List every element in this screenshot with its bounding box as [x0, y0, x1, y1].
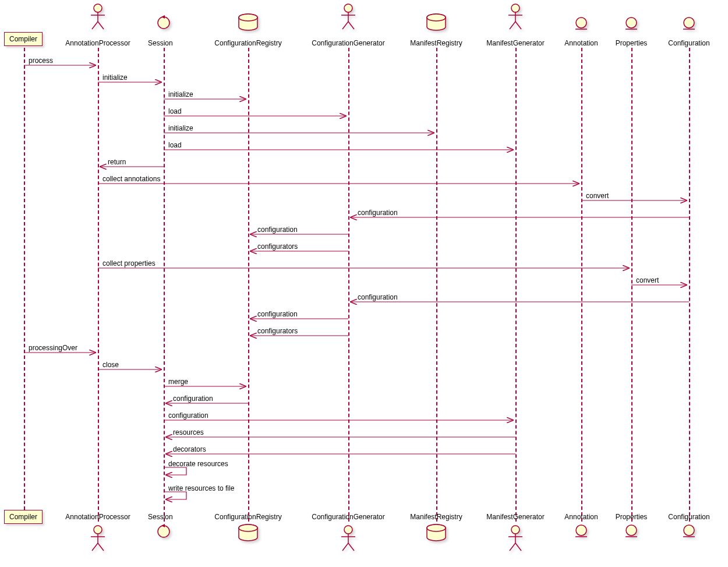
svg-point-76	[684, 525, 694, 536]
svg-point-0	[94, 4, 102, 12]
msg-merge: merge	[168, 378, 188, 386]
lifeline-manifest-generator	[515, 48, 517, 522]
compiler-box-bottom: Compiler	[4, 510, 43, 524]
svg-point-5	[158, 17, 169, 29]
svg-point-59	[239, 524, 257, 531]
lifeline-configuration	[689, 48, 690, 522]
participant-annotation: Annotation	[560, 39, 602, 47]
svg-point-67	[511, 526, 520, 534]
entity-icon	[682, 524, 696, 538]
msg-return: return	[108, 158, 126, 166]
msg-configuration-3: configuration	[358, 293, 398, 301]
participant-manifest-generator: ManifestGenerator	[476, 39, 554, 47]
database-icon	[238, 13, 259, 31]
participant-config-generator-bottom: ConfigurationGenerator	[299, 513, 397, 521]
msg-resources: resources	[173, 428, 204, 436]
lifeline-annotation-processor	[98, 48, 99, 522]
msg-process: process	[29, 57, 53, 65]
entity-icon	[624, 16, 638, 30]
svg-point-9	[344, 4, 352, 12]
msg-configuration-1: configuration	[358, 209, 398, 217]
participant-configuration: Configuration	[661, 39, 717, 47]
actor-icon	[89, 2, 107, 30]
msg-convert-1: convert	[586, 192, 609, 200]
svg-point-21	[576, 17, 586, 28]
participant-session: Session	[148, 39, 173, 47]
msg-configuration-6: configuration	[168, 411, 208, 420]
msg-configuration-5: configuration	[173, 395, 213, 403]
actor-icon	[339, 2, 358, 30]
participant-config-generator: ConfigurationGenerator	[299, 39, 397, 47]
svg-line-20	[515, 22, 521, 29]
participant-config-registry-bottom: ConfigurationRegistry	[206, 513, 291, 521]
compiler-box: Compiler	[4, 32, 43, 46]
msg-processing-over: processingOver	[29, 344, 77, 352]
svg-line-54	[92, 543, 98, 551]
participant-annotation-bottom: Annotation	[560, 513, 602, 521]
msg-configurators-2: configurators	[257, 327, 298, 335]
msg-decorate-resources: decorate resources	[168, 460, 228, 468]
participant-annotation-processor: AnnotationProcessor	[54, 39, 142, 47]
svg-line-12	[342, 22, 348, 29]
message-arrows	[0, 0, 728, 567]
actor-icon	[339, 524, 358, 552]
svg-line-55	[98, 543, 104, 551]
svg-line-13	[348, 22, 354, 29]
lifeline-properties	[631, 48, 632, 522]
actor-icon	[506, 2, 525, 30]
entity-icon	[682, 16, 696, 30]
participant-manifest-registry: ManifestRegistry	[402, 39, 471, 47]
msg-load-2: load	[168, 141, 182, 149]
entity-icon	[574, 524, 588, 538]
participant-compiler: Compiler	[4, 32, 43, 46]
svg-line-4	[98, 22, 104, 29]
entity-icon	[574, 16, 588, 30]
msg-collect-annotations: collect annotations	[103, 175, 160, 183]
svg-point-72	[576, 525, 586, 536]
database-icon	[426, 13, 447, 31]
participant-session-bottom: Session	[148, 513, 173, 521]
control-icon	[156, 524, 171, 539]
lifeline-config-generator	[348, 48, 349, 522]
svg-point-23	[626, 17, 637, 28]
participant-properties-bottom: Properties	[611, 513, 652, 521]
entity-icon	[624, 524, 638, 538]
lifeline-session	[164, 48, 165, 522]
participant-manifest-generator-bottom: ManifestGenerator	[476, 513, 554, 521]
svg-line-71	[515, 543, 521, 551]
msg-load-1: load	[168, 107, 182, 115]
svg-point-51	[94, 526, 102, 534]
participant-compiler-bottom: Compiler	[4, 510, 43, 524]
msg-collect-properties: collect properties	[103, 259, 156, 267]
msg-configuration-2: configuration	[257, 226, 298, 234]
actor-icon	[89, 524, 107, 552]
svg-point-16	[511, 4, 520, 12]
svg-point-66	[427, 524, 446, 531]
svg-line-64	[348, 543, 354, 551]
svg-point-56	[158, 526, 169, 537]
participant-properties: Properties	[611, 39, 652, 47]
msg-convert-2: convert	[636, 276, 659, 284]
svg-point-15	[427, 14, 446, 21]
svg-line-70	[510, 543, 515, 551]
msg-configuration-4: configuration	[257, 310, 298, 318]
database-icon	[426, 524, 447, 541]
svg-point-25	[684, 17, 694, 28]
participant-annotation-processor-bottom: AnnotationProcessor	[54, 513, 142, 521]
lifeline-manifest-registry	[436, 48, 437, 522]
lifeline-compiler	[24, 48, 25, 522]
database-icon	[238, 524, 259, 541]
actor-icon	[506, 524, 525, 552]
participant-manifest-registry-bottom: ManifestRegistry	[402, 513, 471, 521]
msg-initialize-2: initialize	[168, 90, 193, 98]
svg-line-3	[92, 22, 98, 29]
participant-configuration-bottom: Configuration	[661, 513, 717, 521]
lifeline-config-registry	[248, 48, 249, 522]
msg-decorators: decorators	[173, 445, 206, 453]
msg-initialize-1: initialize	[103, 73, 128, 82]
msg-close: close	[103, 361, 119, 369]
msg-initialize-3: initialize	[168, 124, 193, 132]
lifeline-annotation	[581, 48, 582, 522]
participant-config-registry: ConfigurationRegistry	[206, 39, 291, 47]
svg-point-74	[626, 525, 637, 536]
